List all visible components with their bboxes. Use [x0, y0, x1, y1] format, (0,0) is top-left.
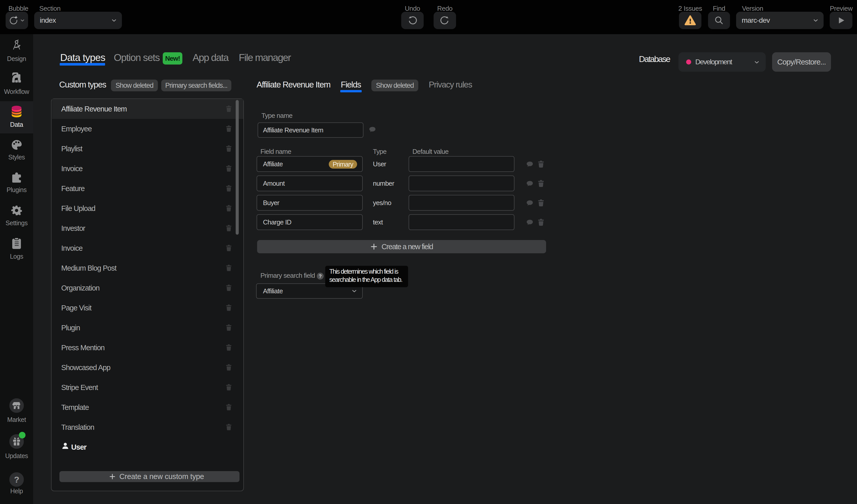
svg-text:?: ? [14, 475, 19, 484]
